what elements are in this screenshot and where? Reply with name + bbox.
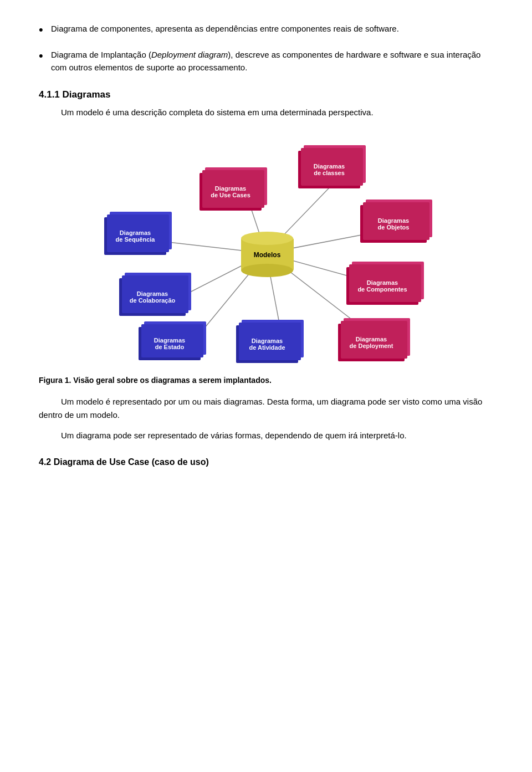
italic-deployment: Deployment diagram (151, 50, 228, 59)
diagram-container: Modelos Diagramasde Sequência Diagramasd… (39, 134, 493, 367)
box-colaboracao: Diagramasde Colaboração (119, 278, 186, 316)
box-objetos: Diagramasde Objetos (360, 205, 427, 243)
box-estado: Diagramasde Estado (139, 327, 201, 360)
svg-point-11 (241, 264, 293, 277)
figure-caption-bold: Figura 1. Visão geral sobre os diagramas… (39, 376, 272, 385)
para2: Um diagrama pode ser representado de vár… (39, 429, 493, 442)
para1: Um modelo é representado por um ou mais … (39, 395, 493, 421)
bullet-dot-1: • (39, 22, 51, 38)
box-atividade: Diagramasde Atividade (236, 325, 298, 363)
modelos-center: Modelos (238, 228, 296, 278)
svg-text:Modelos: Modelos (254, 251, 281, 259)
section-411-title: 4.1.1 Diagramas (39, 89, 493, 100)
svg-point-10 (241, 232, 293, 245)
box-usecases: Diagramasde Use Cases (200, 173, 262, 211)
modelos-svg: Modelos (238, 228, 296, 278)
bullet-item-1: • Diagrama de componentes, apresenta as … (39, 22, 493, 38)
section-411-paragraph: Um modelo é uma descrição completa do si… (39, 106, 493, 119)
bullet-dot-2: • (39, 48, 51, 64)
figure-caption: Figura 1. Visão geral sobre os diagramas… (39, 375, 493, 386)
box-sequencia: Diagramasde Sequência (104, 217, 166, 255)
bullet-item-2: • Diagrama de Implantação (Deployment di… (39, 48, 493, 74)
diagram-svg: Modelos Diagramasde Sequência Diagramasd… (89, 134, 443, 367)
bullet-text-2: Diagrama de Implantação (Deployment diag… (51, 48, 493, 74)
box-componentes: Diagramasde Componentes (346, 267, 418, 305)
box-deployment: Diagramasde Deployment (338, 324, 405, 361)
section-42-title: 4.2 Diagrama de Use Case (caso de uso) (39, 457, 493, 467)
bullet-text-1: Diagrama de componentes, apresenta as de… (51, 22, 493, 35)
box-classes: Diagramasde classes (298, 151, 360, 188)
